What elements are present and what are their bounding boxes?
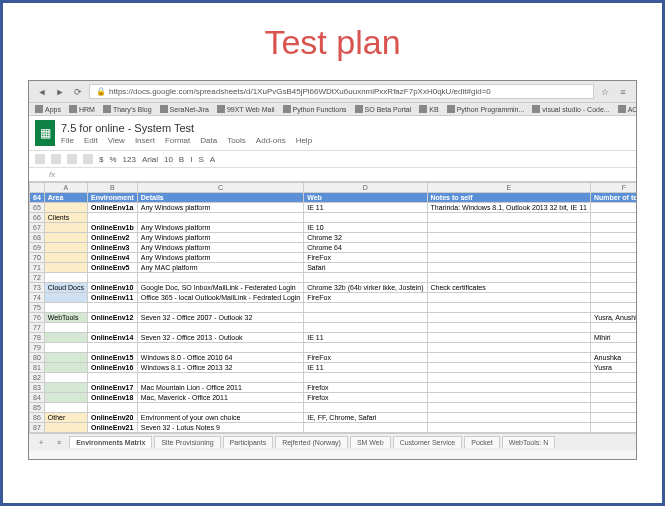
- bookmark-item[interactable]: Python Programmin...: [447, 105, 525, 113]
- table-row[interactable]: 75: [30, 303, 637, 313]
- toolbar-button[interactable]: Arial: [142, 155, 158, 164]
- table-row[interactable]: 67OnlineEnv1bAny Windows platformIE 10: [30, 223, 637, 233]
- menu-item[interactable]: Insert: [135, 136, 155, 145]
- toolbar-button[interactable]: 123: [123, 155, 136, 164]
- doc-menu-bar: FileEditViewInsertFormatDataToolsAdd-ons…: [61, 136, 630, 145]
- table-row[interactable]: 69OnlineEnv3Any Windows platformChrome 6…: [30, 243, 637, 253]
- bookmark-item[interactable]: KB: [419, 105, 438, 113]
- sheet-tab[interactable]: WebTools: N: [502, 436, 556, 448]
- table-row[interactable]: 70OnlineEnv4Any Windows platformFireFox: [30, 253, 637, 263]
- column-header[interactable]: F: [590, 183, 636, 193]
- sheet-tab[interactable]: Site Provisioning: [154, 436, 220, 448]
- toolbar-button[interactable]: $: [99, 155, 103, 164]
- bookmark-icon: [618, 105, 626, 113]
- bookmark-icon: [283, 105, 291, 113]
- bookmark-item[interactable]: HRM: [69, 105, 95, 113]
- formula-bar[interactable]: fx: [29, 168, 636, 182]
- bookmark-icon: [419, 105, 427, 113]
- bookmark-item[interactable]: Python Functions: [283, 105, 347, 113]
- table-row[interactable]: 74OnlineEnv11Office 365 - local Outlook/…: [30, 293, 637, 303]
- column-header[interactable]: A: [44, 183, 87, 193]
- add-sheet-icon[interactable]: +: [33, 437, 49, 448]
- toolbar-button[interactable]: S: [198, 155, 203, 164]
- bookmark-item[interactable]: SeraNet-Jira: [160, 105, 209, 113]
- table-row[interactable]: 72: [30, 273, 637, 283]
- column-header[interactable]: D: [304, 183, 427, 193]
- back-icon[interactable]: ◄: [35, 85, 49, 99]
- sheets-menu-icon[interactable]: ≡: [51, 437, 67, 448]
- menu-item[interactable]: Format: [165, 136, 190, 145]
- bookmark-item[interactable]: SO Beta Portal: [355, 105, 412, 113]
- toolbar-button[interactable]: [83, 154, 93, 164]
- table-row[interactable]: 71OnlineEnv5Any MAC platformSafari: [30, 263, 637, 273]
- url-text: https://docs.google.com/spreadsheets/d/1…: [109, 87, 491, 96]
- menu-item[interactable]: Tools: [227, 136, 246, 145]
- browser-nav-bar: ◄ ► ⟳ 🔒 https://docs.google.com/spreadsh…: [29, 81, 636, 103]
- bookmark-icon: [69, 105, 77, 113]
- table-row[interactable]: 65OnlineEnv1aAny Windows platformIE 11Th…: [30, 203, 637, 213]
- star-icon[interactable]: ☆: [598, 85, 612, 99]
- table-row[interactable]: 82: [30, 373, 637, 383]
- column-header[interactable]: C: [137, 183, 303, 193]
- toolbar-button[interactable]: [35, 154, 45, 164]
- toolbar-button[interactable]: A: [210, 155, 215, 164]
- bookmark-icon: [355, 105, 363, 113]
- menu-icon[interactable]: ≡: [616, 85, 630, 99]
- toolbar-button[interactable]: [51, 154, 61, 164]
- sheet-tab[interactable]: Customer Service: [393, 436, 463, 448]
- header-cell[interactable]: Area: [44, 193, 87, 203]
- bookmark-item[interactable]: Apps: [35, 105, 61, 113]
- sheet-tab[interactable]: Pocket: [464, 436, 499, 448]
- browser-window: ◄ ► ⟳ 🔒 https://docs.google.com/spreadsh…: [28, 80, 637, 460]
- table-row[interactable]: 78OnlineEnv14Seven 32 - Office 2013 - Ou…: [30, 333, 637, 343]
- lock-icon: 🔒: [96, 87, 106, 96]
- bookmark-item[interactable]: visual studio - Code...: [532, 105, 609, 113]
- table-row[interactable]: 79: [30, 343, 637, 353]
- table-row[interactable]: 73Cloud DocsOnlineEnv10Google Doc, SO In…: [30, 283, 637, 293]
- doc-header: ▦ 7.5 for online - System Test FileEditV…: [29, 116, 636, 150]
- column-header[interactable]: E: [427, 183, 590, 193]
- toolbar-button[interactable]: B: [179, 155, 184, 164]
- column-header[interactable]: [30, 183, 45, 193]
- menu-item[interactable]: Edit: [84, 136, 98, 145]
- reload-icon[interactable]: ⟳: [71, 85, 85, 99]
- sheet-tabs: + ≡ Environments MatrixSite Provisioning…: [29, 433, 636, 450]
- doc-title[interactable]: 7.5 for online - System Test: [61, 122, 630, 134]
- forward-icon[interactable]: ►: [53, 85, 67, 99]
- toolbar: $%123Arial10BISA: [29, 150, 636, 168]
- bookmark-icon: [35, 105, 43, 113]
- table-row[interactable]: 85: [30, 403, 637, 413]
- table-row[interactable]: 80OnlineEnv15Windows 8.0 - Office 2010 6…: [30, 353, 637, 363]
- toolbar-button[interactable]: I: [190, 155, 192, 164]
- sheet-tab[interactable]: Rejferted (Norway): [275, 436, 348, 448]
- bookmark-item[interactable]: ACTIVAT: [618, 105, 637, 113]
- menu-item[interactable]: View: [108, 136, 125, 145]
- bookmark-item[interactable]: 99XT Web Mail: [217, 105, 275, 113]
- bookmark-item[interactable]: Thary's Blog: [103, 105, 152, 113]
- sheet-tab[interactable]: SM Web: [350, 436, 391, 448]
- table-row[interactable]: 81OnlineEnv16Windows 8.1 - Office 2013 3…: [30, 363, 637, 373]
- bookmark-icon: [103, 105, 111, 113]
- toolbar-button[interactable]: %: [109, 155, 116, 164]
- slide-title: Test plan: [28, 23, 637, 62]
- menu-item[interactable]: File: [61, 136, 74, 145]
- address-bar[interactable]: 🔒 https://docs.google.com/spreadsheets/d…: [89, 84, 594, 99]
- table-row[interactable]: 76WebToolsOnlineEnv12Seven 32 - Office 2…: [30, 313, 637, 323]
- table-row[interactable]: 86OtherOnlineEnv20Environment of your ow…: [30, 413, 637, 423]
- table-row[interactable]: 87OnlineEnv21Seven 32 - Lotus Notes 9: [30, 423, 637, 433]
- table-row[interactable]: 84OnlineEnv18Mac, Maverick - Office 2011…: [30, 393, 637, 403]
- table-row[interactable]: 83OnlineEnv17Mac Mountain Lion - Office …: [30, 383, 637, 393]
- toolbar-button[interactable]: [67, 154, 77, 164]
- spreadsheet-grid[interactable]: ABCDEF64AreaEnvironmentDetailsWebNotes t…: [29, 182, 636, 433]
- column-header[interactable]: B: [87, 183, 137, 193]
- sheet-tab[interactable]: Participants: [223, 436, 274, 448]
- table-row[interactable]: 66Clients: [30, 213, 637, 223]
- toolbar-button[interactable]: 10: [164, 155, 173, 164]
- table-row[interactable]: 77: [30, 323, 637, 333]
- menu-item[interactable]: Help: [296, 136, 312, 145]
- menu-item[interactable]: Add-ons: [256, 136, 286, 145]
- sheet-tab[interactable]: Environments Matrix: [69, 436, 152, 448]
- table-row[interactable]: 68OnlineEnv2Any Windows platformChrome 3…: [30, 233, 637, 243]
- bookmark-icon: [447, 105, 455, 113]
- menu-item[interactable]: Data: [200, 136, 217, 145]
